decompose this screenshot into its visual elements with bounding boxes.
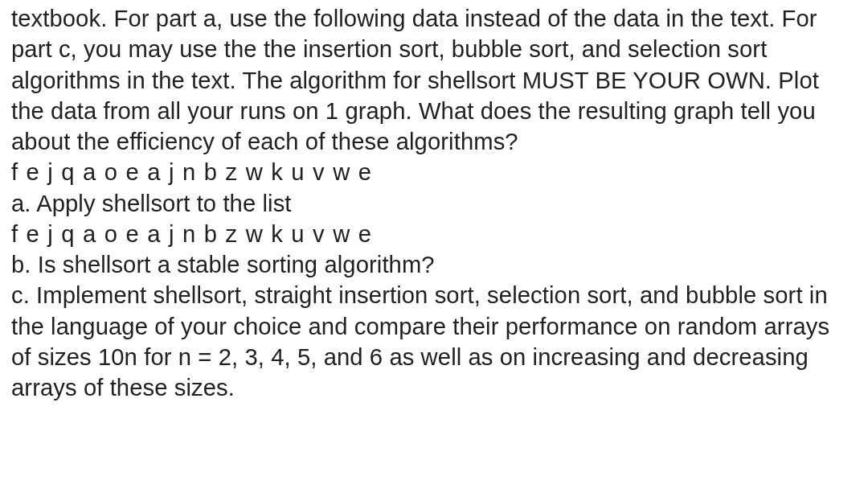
- part-a: a. Apply shellsort to the list: [11, 188, 854, 219]
- problem-text: textbook. For part a, use the following …: [0, 0, 868, 409]
- data-sequence-2: f e j q a o e a j n b z w k u v w e: [11, 219, 854, 249]
- part-b: b. Is shellsort a stable sorting algorit…: [11, 249, 854, 280]
- intro-paragraph: textbook. For part a, use the following …: [11, 3, 854, 157]
- data-sequence-1: f e j q a o e a j n b z w k u v w e: [11, 157, 854, 187]
- part-c: c. Implement shellsort, straight inserti…: [11, 280, 854, 403]
